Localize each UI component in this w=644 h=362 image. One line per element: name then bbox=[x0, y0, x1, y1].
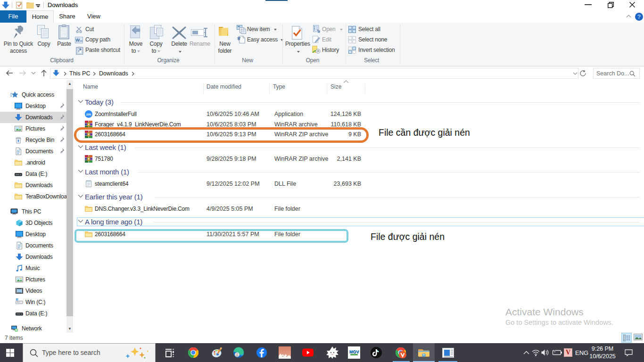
svg-text:zm: zm bbox=[86, 112, 91, 116]
